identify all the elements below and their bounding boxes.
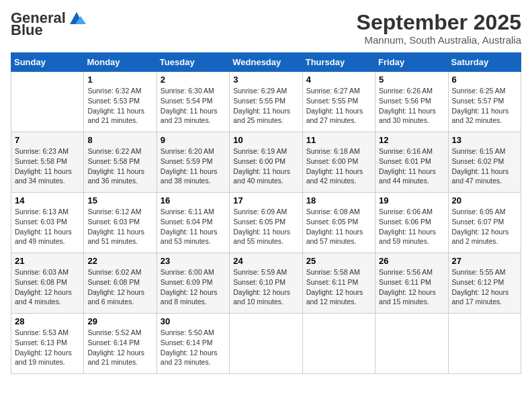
day-info: Sunrise: 6:08 AMSunset: 6:05 PMDaylight:… [306, 207, 371, 246]
day-number: 12 [379, 135, 444, 145]
day-number: 14 [15, 195, 80, 205]
day-number: 13 [452, 135, 517, 145]
header-row: SundayMondayTuesdayWednesdayThursdayFrid… [11, 53, 521, 72]
day-info: Sunrise: 6:15 AMSunset: 6:02 PMDaylight:… [452, 146, 517, 186]
header-tuesday: Tuesday [157, 53, 229, 72]
logo: General Blue [11, 11, 86, 38]
day-info: Sunrise: 6:11 AMSunset: 6:04 PMDaylight:… [161, 207, 226, 246]
logo-icon [67, 11, 86, 26]
calendar-cell: 15Sunrise: 6:12 AMSunset: 6:03 PMDayligh… [84, 193, 157, 253]
day-number: 6 [452, 75, 517, 85]
day-info: Sunrise: 6:29 AMSunset: 5:55 PMDaylight:… [233, 86, 298, 126]
calendar-cell [375, 314, 448, 374]
week-row-5: 28Sunrise: 5:53 AMSunset: 6:13 PMDayligh… [11, 314, 521, 374]
day-number: 8 [87, 135, 152, 145]
day-info: Sunrise: 5:55 AMSunset: 6:12 PMDaylight:… [452, 267, 517, 307]
calendar-cell: 3Sunrise: 6:29 AMSunset: 5:55 PMDaylight… [230, 72, 302, 132]
calendar-cell: 20Sunrise: 6:05 AMSunset: 6:07 PMDayligh… [448, 193, 521, 253]
calendar-cell: 9Sunrise: 6:20 AMSunset: 5:59 PMDaylight… [157, 132, 229, 193]
day-number: 29 [87, 316, 152, 326]
day-number: 27 [452, 256, 517, 266]
header-sunday: Sunday [11, 53, 84, 72]
calendar-cell: 1Sunrise: 6:32 AMSunset: 5:53 PMDaylight… [84, 72, 157, 132]
day-info: Sunrise: 5:53 AMSunset: 6:13 PMDaylight:… [15, 328, 80, 367]
day-number: 24 [233, 256, 298, 266]
calendar-cell: 30Sunrise: 5:50 AMSunset: 6:14 PMDayligh… [157, 314, 229, 374]
day-info: Sunrise: 5:50 AMSunset: 6:14 PMDaylight:… [161, 328, 226, 367]
week-row-3: 14Sunrise: 6:13 AMSunset: 6:03 PMDayligh… [11, 193, 521, 253]
day-info: Sunrise: 6:02 AMSunset: 6:08 PMDaylight:… [87, 267, 152, 307]
day-number: 22 [87, 256, 152, 266]
calendar-cell: 17Sunrise: 6:09 AMSunset: 6:05 PMDayligh… [230, 193, 302, 253]
calendar-cell: 22Sunrise: 6:02 AMSunset: 6:08 PMDayligh… [84, 253, 157, 314]
location: Mannum, South Australia, Australia [357, 34, 521, 46]
calendar-cell: 24Sunrise: 5:59 AMSunset: 6:10 PMDayligh… [230, 253, 302, 314]
header-wednesday: Wednesday [230, 53, 302, 72]
calendar-cell: 13Sunrise: 6:15 AMSunset: 6:02 PMDayligh… [448, 132, 521, 193]
calendar-cell: 27Sunrise: 5:55 AMSunset: 6:12 PMDayligh… [448, 253, 521, 314]
day-number: 18 [306, 195, 371, 205]
day-info: Sunrise: 6:30 AMSunset: 5:54 PMDaylight:… [161, 86, 226, 126]
day-number: 25 [306, 256, 371, 266]
calendar-table: SundayMondayTuesdayWednesdayThursdayFrid… [11, 52, 521, 374]
day-number: 30 [161, 316, 226, 326]
calendar-cell: 29Sunrise: 5:52 AMSunset: 6:14 PMDayligh… [84, 314, 157, 374]
day-info: Sunrise: 5:59 AMSunset: 6:10 PMDaylight:… [233, 267, 298, 307]
day-info: Sunrise: 6:03 AMSunset: 6:08 PMDaylight:… [15, 267, 80, 307]
calendar-cell: 2Sunrise: 6:30 AMSunset: 5:54 PMDaylight… [157, 72, 229, 132]
header-saturday: Saturday [448, 53, 521, 72]
calendar-cell: 6Sunrise: 6:25 AMSunset: 5:57 PMDaylight… [448, 72, 521, 132]
calendar-cell: 7Sunrise: 6:23 AMSunset: 5:58 PMDaylight… [11, 132, 84, 193]
day-info: Sunrise: 6:25 AMSunset: 5:57 PMDaylight:… [452, 86, 517, 126]
day-number: 21 [15, 256, 80, 266]
day-info: Sunrise: 5:52 AMSunset: 6:14 PMDaylight:… [87, 328, 152, 367]
week-row-4: 21Sunrise: 6:03 AMSunset: 6:08 PMDayligh… [11, 253, 521, 314]
week-row-2: 7Sunrise: 6:23 AMSunset: 5:58 PMDaylight… [11, 132, 521, 193]
day-info: Sunrise: 6:18 AMSunset: 6:00 PMDaylight:… [306, 146, 371, 186]
day-info: Sunrise: 6:26 AMSunset: 5:56 PMDaylight:… [379, 86, 444, 126]
day-number: 3 [233, 75, 298, 85]
day-number: 15 [87, 195, 152, 205]
calendar-cell: 4Sunrise: 6:27 AMSunset: 5:55 PMDaylight… [302, 72, 375, 132]
week-row-1: 1Sunrise: 6:32 AMSunset: 5:53 PMDaylight… [11, 72, 521, 132]
calendar-cell: 26Sunrise: 5:56 AMSunset: 6:11 PMDayligh… [375, 253, 448, 314]
header-friday: Friday [375, 53, 448, 72]
header-thursday: Thursday [302, 53, 375, 72]
calendar-cell: 25Sunrise: 5:58 AMSunset: 6:11 PMDayligh… [302, 253, 375, 314]
day-number: 5 [379, 75, 444, 85]
calendar-cell: 8Sunrise: 6:22 AMSunset: 5:58 PMDaylight… [84, 132, 157, 193]
header-monday: Monday [84, 53, 157, 72]
day-number: 9 [161, 135, 226, 145]
month-title: September 2025 [357, 11, 521, 34]
calendar-cell [302, 314, 375, 374]
day-info: Sunrise: 6:23 AMSunset: 5:58 PMDaylight:… [15, 146, 80, 186]
day-info: Sunrise: 6:19 AMSunset: 6:00 PMDaylight:… [233, 146, 298, 186]
day-number: 17 [233, 195, 298, 205]
day-number: 2 [161, 75, 226, 85]
day-number: 28 [15, 316, 80, 326]
day-number: 7 [15, 135, 80, 145]
day-info: Sunrise: 6:27 AMSunset: 5:55 PMDaylight:… [306, 86, 371, 126]
calendar-cell: 11Sunrise: 6:18 AMSunset: 6:00 PMDayligh… [302, 132, 375, 193]
day-info: Sunrise: 5:58 AMSunset: 6:11 PMDaylight:… [306, 267, 371, 307]
calendar-cell: 23Sunrise: 6:00 AMSunset: 6:09 PMDayligh… [157, 253, 229, 314]
day-number: 10 [233, 135, 298, 145]
calendar-cell: 19Sunrise: 6:06 AMSunset: 6:06 PMDayligh… [375, 193, 448, 253]
calendar-cell: 18Sunrise: 6:08 AMSunset: 6:05 PMDayligh… [302, 193, 375, 253]
calendar-cell: 14Sunrise: 6:13 AMSunset: 6:03 PMDayligh… [11, 193, 84, 253]
day-info: Sunrise: 6:12 AMSunset: 6:03 PMDaylight:… [87, 207, 152, 246]
day-info: Sunrise: 6:32 AMSunset: 5:53 PMDaylight:… [87, 86, 152, 126]
day-info: Sunrise: 6:16 AMSunset: 6:01 PMDaylight:… [379, 146, 444, 186]
calendar-cell: 21Sunrise: 6:03 AMSunset: 6:08 PMDayligh… [11, 253, 84, 314]
day-info: Sunrise: 6:22 AMSunset: 5:58 PMDaylight:… [87, 146, 152, 186]
page-header: General Blue September 2025 Mannum, Sout… [11, 11, 521, 46]
calendar-cell: 28Sunrise: 5:53 AMSunset: 6:13 PMDayligh… [11, 314, 84, 374]
day-info: Sunrise: 6:13 AMSunset: 6:03 PMDaylight:… [15, 207, 80, 246]
logo-blue: Blue [11, 23, 43, 38]
calendar-cell [448, 314, 521, 374]
calendar-cell: 16Sunrise: 6:11 AMSunset: 6:04 PMDayligh… [157, 193, 229, 253]
day-number: 1 [87, 75, 152, 85]
day-number: 19 [379, 195, 444, 205]
calendar-cell [11, 72, 84, 132]
day-number: 11 [306, 135, 371, 145]
